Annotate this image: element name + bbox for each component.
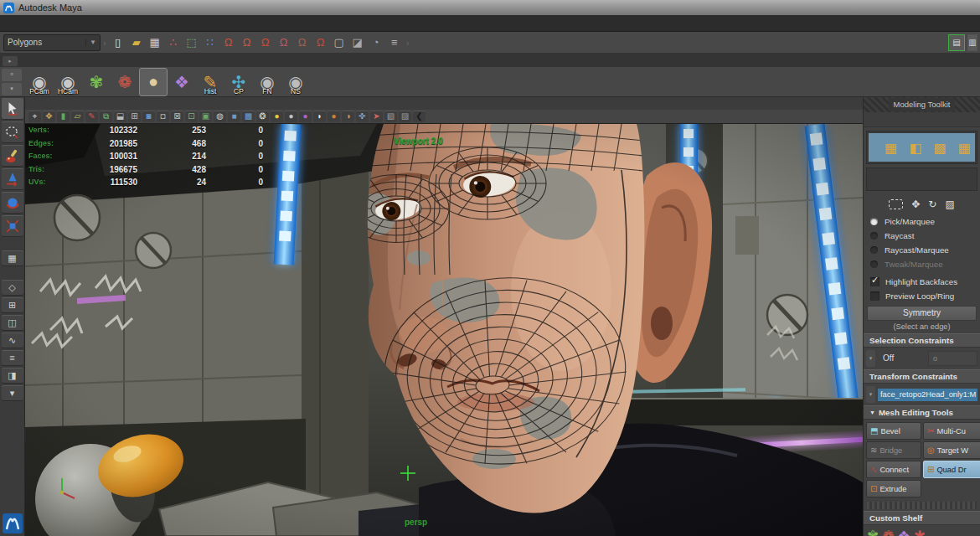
render-view-icon[interactable]: ▢ (331, 34, 348, 51)
safe-title-icon[interactable]: ⊡ (185, 111, 198, 122)
multi-mode-button[interactable]: ▦ (954, 137, 975, 158)
panel-title-bar[interactable]: Modeling Toolkit (864, 97, 980, 112)
painteffects-shelf-button[interactable]: ❖ (168, 69, 195, 95)
ns-shelf-button[interactable]: ◉ NS (282, 69, 309, 95)
layout-custom-button[interactable]: ◨ (2, 368, 23, 384)
face-mode-button[interactable]: ▩ (930, 137, 951, 158)
pick-option-radio[interactable]: Tweak/Marquee (864, 257, 980, 271)
pick-option-radio[interactable]: Raycast (864, 229, 980, 243)
target-weld-button[interactable]: ◎ Target W (923, 441, 980, 459)
shelf-menu-button[interactable]: ≡▾ (2, 69, 22, 95)
selection-constraint-dropdown[interactable]: Off (878, 351, 926, 366)
make-live-icon[interactable]: Ω (312, 34, 329, 51)
select-tool-button[interactable] (2, 98, 23, 120)
textured-icon[interactable]: ❂ (256, 111, 269, 122)
new-scene-icon[interactable]: ▯ (110, 34, 126, 51)
section-mesh-editing-tools[interactable]: ▼ Mesh Editing Tools (864, 405, 980, 420)
field-chart-icon[interactable]: ◘ (157, 111, 169, 122)
connect-button[interactable]: ∿ Connect (866, 461, 921, 478)
rotate-icon[interactable]: ↻ (928, 198, 936, 210)
last-tool-slot[interactable]: ▦ (2, 250, 23, 266)
pcam-shelf-button[interactable]: ◉ PCam (26, 69, 53, 95)
pick-option-radio[interactable]: Pick/Marquee (864, 214, 980, 229)
marker-shelf-icon[interactable]: ✱ (914, 528, 926, 536)
transform-constraint-field[interactable]: face_retopo2Head_only1:M (878, 389, 977, 401)
safe-action-icon[interactable]: ⊠ (171, 111, 183, 122)
toolkit-checkbox[interactable]: Preview Loop/Ring (864, 289, 980, 303)
ambient-occlusion-icon[interactable]: ● (328, 111, 340, 122)
cp-shelf-button[interactable]: ✣ CP (225, 69, 252, 95)
creature-shelf-icon[interactable]: ✾ (867, 528, 879, 536)
marquee-select-icon[interactable] (889, 199, 903, 209)
image-plane-icon[interactable]: ▱ (71, 111, 84, 122)
soft-select-icon[interactable]: ▨ (945, 198, 954, 210)
multi-cut-button[interactable]: ✂ Multi-Cu (923, 422, 980, 440)
expand-icon[interactable]: ▾ (866, 386, 875, 403)
bevel-button[interactable]: ⬒ Bevel (866, 422, 921, 440)
xray-icon[interactable]: ▧ (384, 111, 397, 122)
painteffects-shelf-icon[interactable]: ❖ (898, 528, 910, 536)
snap-curve-icon[interactable]: Ω (239, 34, 255, 51)
rotate-tool-button[interactable] (2, 192, 23, 214)
plant-shelf-button[interactable]: ❁ (111, 69, 138, 95)
bookmark-icon[interactable]: ▮ (57, 111, 70, 122)
shelf-tab-arrow-icon[interactable]: ▸ (3, 56, 18, 66)
wireframe-icon[interactable]: ◍ (214, 111, 226, 122)
symmetry-button[interactable]: Symmetry (867, 306, 977, 321)
drag-handle[interactable] (867, 502, 977, 509)
render-settings-icon[interactable]: ≡ (386, 34, 403, 51)
hist-shelf-button[interactable]: ✎ Hist (197, 69, 224, 95)
default-material-icon[interactable]: ● (271, 111, 283, 122)
quad-draw-button[interactable]: ⊞ Quad Dr (923, 461, 980, 478)
expand-icon[interactable]: ▾ (866, 350, 875, 367)
move-icon[interactable]: ✥ (911, 198, 920, 210)
layout-single-pane-button[interactable]: ◇ (2, 280, 23, 296)
resolution-gate-icon[interactable]: ⊞ (128, 111, 141, 122)
creature-shelf-button[interactable]: ✾ (83, 69, 110, 95)
fn-shelf-button[interactable]: ◉ FN (254, 69, 281, 95)
snap-projected-center-icon[interactable]: Ω (276, 34, 292, 51)
vertex-mode-button[interactable]: ▦ (880, 137, 901, 158)
layout-four-pane-button[interactable]: ⊞ (2, 297, 23, 313)
select-camera-icon[interactable]: ⌖ (28, 111, 41, 122)
grease-pencil-icon[interactable]: ✎ (85, 111, 98, 122)
menuset-dropdown[interactable]: Polygons ▼ (3, 34, 101, 51)
save-scene-icon[interactable]: ▦ (147, 34, 163, 51)
move-tool-button[interactable] (2, 168, 23, 190)
sphere-shelf-button[interactable]: ● (140, 69, 167, 95)
wireframe-on-shaded-icon[interactable]: ▩ (242, 111, 255, 122)
layout-hypershade-button[interactable]: ≡ (2, 350, 23, 366)
open-scene-icon[interactable]: ▰ (128, 34, 145, 51)
channel-box-toggle-icon[interactable]: ▤ (948, 34, 965, 51)
pan-zoom-2d-icon[interactable]: ✥ (43, 111, 55, 122)
snap-point-icon[interactable]: Ω (257, 34, 274, 51)
toolkit-checkbox[interactable]: Highlight Backfaces (864, 275, 980, 289)
bridge-button[interactable]: ≋ Bridge (866, 441, 921, 459)
section-selection-constraints[interactable]: Selection Constraints (864, 333, 980, 348)
lasso-tool-button[interactable] (2, 121, 23, 143)
frame-all-icon[interactable]: ▣ (199, 111, 212, 122)
attribute-editor-toggle-icon[interactable]: ▥ (967, 34, 977, 51)
motion-blur-icon[interactable]: ◑ (342, 111, 354, 122)
select-hierarchy-icon[interactable]: ∴ (165, 34, 182, 51)
constraint-extra-dropdown[interactable]: o (928, 351, 977, 366)
film-gate-icon[interactable]: ⬓ (114, 111, 126, 122)
select-object-icon[interactable]: ⬚ (183, 34, 200, 51)
grease-frames-icon[interactable]: ⧉ (100, 111, 112, 122)
share-view-icon[interactable]: ❮ (413, 111, 426, 122)
section-transform-constraints[interactable]: Transform Constraints (864, 369, 980, 384)
maya-home-icon[interactable] (2, 513, 23, 534)
isolate-select-icon[interactable]: ➤ (370, 111, 383, 122)
xray-joints-icon[interactable]: ▨ (399, 111, 411, 122)
scale-tool-button[interactable] (2, 215, 23, 237)
multisampling-icon[interactable]: ✜ (356, 111, 369, 122)
render-current-frame-icon[interactable]: ◪ (349, 34, 366, 51)
layout-persp-outliner-button[interactable]: ◫ (2, 315, 23, 331)
extrude-button[interactable]: ⊡ Extrude (866, 480, 921, 497)
paint-select-tool-button[interactable] (2, 145, 23, 167)
section-custom-shelf[interactable]: Custom Shelf (864, 511, 980, 525)
hcam-shelf-button[interactable]: ◉ HCam (54, 69, 81, 95)
two-sided-lighting-icon[interactable]: ● (299, 111, 312, 122)
edge-mode-button[interactable]: ◧ (905, 137, 926, 158)
select-component-icon[interactable]: ∷ (202, 34, 219, 51)
